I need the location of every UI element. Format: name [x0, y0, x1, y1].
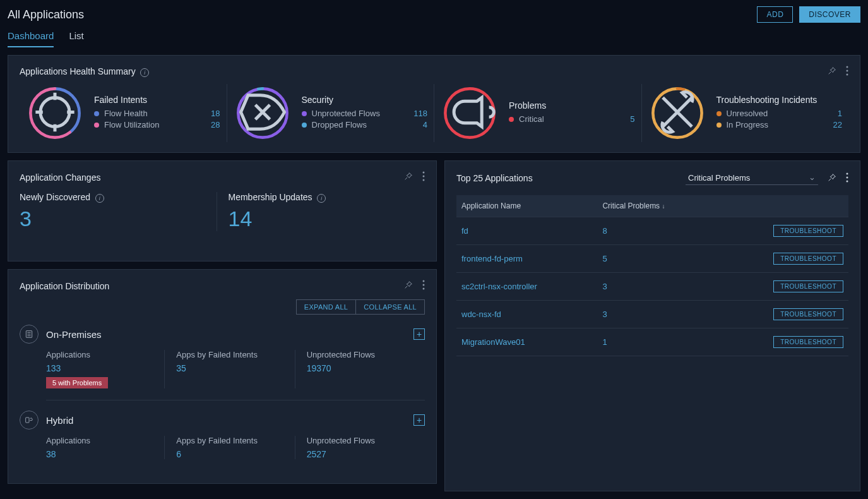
metric-value[interactable]: 6 — [176, 449, 294, 459]
membership-updates-value[interactable]: 14 — [229, 207, 425, 231]
expand-button[interactable]: + — [413, 328, 425, 340]
info-icon[interactable]: i — [95, 194, 104, 203]
table-row: frontend-fd-perm5TROUBLESHOOT — [456, 245, 848, 273]
problems-value: 3 — [597, 301, 716, 328]
svg-point-12 — [423, 176, 425, 177]
changes-title: Application Changes — [20, 172, 100, 183]
troubleshoot-button[interactable]: TROUBLESHOOT — [773, 308, 843, 320]
datacenter-icon — [20, 325, 39, 344]
legend-value[interactable]: 4 — [412, 120, 427, 129]
tab-dashboard[interactable]: Dashboard — [8, 30, 54, 47]
distribution-section-hybrid: Hybrid + Applications 38 Apps by Failed … — [20, 411, 425, 459]
application-distribution-panel: Application Distribution EXPAND ALL COLL… — [8, 269, 437, 484]
metric-value[interactable]: 38 — [46, 449, 164, 459]
tab-bar: Dashboard List — [0, 23, 868, 47]
shield-icon — [234, 83, 292, 143]
distribution-title: Application Distribution — [20, 281, 109, 291]
health-card-problems: Problems Critical5 — [434, 84, 641, 142]
more-icon[interactable] — [846, 66, 848, 78]
pin-icon[interactable] — [827, 172, 837, 184]
svg-point-19 — [847, 172, 848, 174]
more-icon[interactable] — [422, 171, 425, 183]
newly-discovered-label: Newly Discovered — [20, 192, 90, 202]
metric-value[interactable]: 19370 — [307, 363, 425, 373]
svg-point-5 — [40, 98, 69, 127]
add-button[interactable]: ADD — [757, 6, 793, 23]
tools-icon — [648, 83, 706, 143]
page-title: All Applications — [8, 8, 84, 21]
troubleshoot-button[interactable]: TROUBLESHOOT — [773, 336, 843, 348]
pin-icon[interactable] — [403, 280, 413, 292]
legend-value[interactable]: 5 — [620, 114, 635, 124]
expand-button[interactable]: + — [413, 414, 425, 426]
filter-select[interactable]: Critical Problems — [686, 171, 818, 185]
expand-all-button[interactable]: EXPAND ALL — [296, 299, 355, 315]
section-name: On-Premises — [46, 329, 406, 340]
app-name-link[interactable]: sc2ctrl-nsx-controller — [456, 273, 597, 301]
top25-title: Top 25 Applications — [456, 173, 533, 183]
problems-value: 1 — [597, 328, 716, 356]
section-name: Hybrid — [46, 415, 406, 426]
metric-value[interactable]: 133 — [46, 363, 164, 373]
col-name[interactable]: Application Name — [456, 195, 597, 217]
app-name-link[interactable]: MigrationWave01 — [456, 328, 597, 356]
hybrid-icon — [20, 411, 39, 430]
distribution-section-onprem: On-Premises + Applications 133 5 with Pr… — [20, 325, 425, 400]
app-name-link[interactable]: fd — [456, 217, 597, 245]
svg-point-1 — [847, 70, 848, 72]
col-problems[interactable]: Critical Problems ↓ — [597, 195, 716, 217]
legend-value[interactable]: 18 — [205, 109, 220, 118]
svg-point-13 — [423, 179, 425, 181]
application-changes-panel: Application Changes Newly Discovered i 3… — [8, 160, 437, 262]
svg-point-15 — [423, 284, 425, 286]
svg-point-0 — [847, 66, 848, 68]
problems-value: 8 — [597, 217, 716, 245]
app-name-link[interactable]: frontend-fd-perm — [456, 245, 597, 273]
legend-value[interactable]: 28 — [205, 120, 220, 129]
info-icon[interactable]: i — [317, 194, 326, 203]
more-icon[interactable] — [846, 172, 848, 184]
newly-discovered-value[interactable]: 3 — [20, 207, 217, 231]
table-row: MigrationWave011TROUBLESHOOT — [456, 328, 848, 356]
problems-value: 3 — [597, 273, 716, 301]
health-label: Security — [302, 95, 428, 105]
svg-point-11 — [423, 172, 425, 174]
health-card-security: Security Unprotected Flows118 Dropped Fl… — [227, 84, 434, 142]
svg-point-2 — [847, 74, 848, 76]
top25-panel: Top 25 Applications Critical Problems Ap… — [444, 160, 860, 491]
app-name-link[interactable]: wdc-nsx-fd — [456, 301, 597, 328]
table-row: fd8TROUBLESHOOT — [456, 217, 848, 245]
pin-icon[interactable] — [403, 171, 413, 183]
table-row: wdc-nsx-fd3TROUBLESHOOT — [456, 301, 848, 328]
problems-badge[interactable]: 5 with Problems — [46, 377, 108, 388]
legend-value[interactable]: 1 — [827, 109, 842, 118]
health-summary-panel: Applications Health Summary i — [8, 55, 860, 153]
troubleshoot-button[interactable]: TROUBLESHOOT — [773, 225, 843, 237]
svg-point-14 — [423, 280, 425, 282]
problems-value: 5 — [597, 245, 716, 273]
more-icon[interactable] — [422, 280, 425, 292]
top25-table: Application Name Critical Problems ↓ fd8… — [456, 195, 848, 356]
metric-value[interactable]: 2527 — [307, 449, 425, 459]
table-row: sc2ctrl-nsx-controller3TROUBLESHOOT — [456, 273, 848, 301]
discover-button[interactable]: DISCOVER — [799, 6, 860, 23]
pin-icon[interactable] — [827, 66, 837, 78]
health-label: Troubleshooting Incidents — [716, 95, 843, 105]
health-label: Problems — [509, 100, 635, 111]
health-card-troubleshooting: Troubleshooting Incidents Unresolved1 In… — [641, 84, 849, 142]
svg-point-20 — [847, 176, 848, 178]
svg-rect-18 — [26, 418, 29, 423]
legend-value[interactable]: 118 — [412, 109, 427, 118]
svg-point-16 — [423, 288, 425, 290]
legend-value[interactable]: 22 — [827, 120, 842, 129]
health-label: Failed Intents — [94, 95, 220, 105]
tab-list[interactable]: List — [69, 30, 83, 47]
info-icon[interactable]: i — [140, 68, 149, 77]
metric-value[interactable]: 35 — [176, 363, 294, 373]
health-summary-title: Applications Health Summary — [20, 66, 136, 76]
collapse-all-button[interactable]: COLLAPSE ALL — [355, 299, 425, 315]
troubleshoot-button[interactable]: TROUBLESHOOT — [773, 253, 843, 265]
svg-point-21 — [847, 180, 848, 182]
health-card-failed-intents: Failed Intents Flow Health18 Flow Utiliz… — [20, 84, 227, 142]
troubleshoot-button[interactable]: TROUBLESHOOT — [773, 280, 843, 292]
